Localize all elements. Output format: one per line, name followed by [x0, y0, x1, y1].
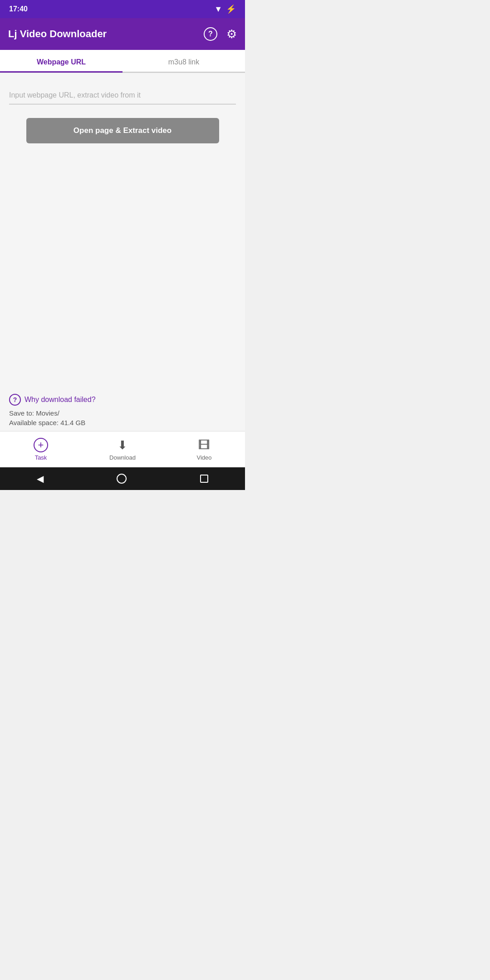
why-failed-icon: ? — [9, 394, 21, 406]
app-wrapper: 17:40 ▼ ⚡ Lj Video Downloader ? ⚙ Webpag… — [0, 0, 245, 490]
wifi-icon: ▼ — [214, 5, 222, 14]
nav-task[interactable]: + Task — [0, 433, 82, 466]
nav-video[interactable]: 🎞 Video — [163, 434, 245, 466]
extract-video-button[interactable]: Open page & Extract video — [26, 118, 219, 143]
recents-button[interactable] — [200, 475, 208, 483]
nav-download[interactable]: ⬇ Download — [82, 434, 163, 466]
help-button[interactable]: ? — [204, 27, 217, 41]
main-content: Open page & Extract video — [0, 73, 245, 183]
gear-icon: ⚙ — [226, 27, 237, 41]
nav-download-label: Download — [109, 454, 136, 461]
nav-video-label: Video — [196, 454, 211, 461]
why-failed-link[interactable]: ? Why download failed? — [9, 394, 236, 406]
help-icon: ? — [204, 27, 217, 41]
app-bar: Lj Video Downloader ? ⚙ — [0, 18, 245, 50]
bottom-info: ? Why download failed? Save to: Movies/ … — [0, 387, 245, 431]
settings-button[interactable]: ⚙ — [226, 27, 237, 41]
save-to-info: Save to: Movies/ — [9, 409, 236, 417]
task-add-icon: + — [34, 438, 48, 452]
video-icon: 🎞 — [198, 438, 210, 452]
system-nav: ◀ — [0, 467, 245, 490]
main-scroll-area: Open page & Extract video ? Why download… — [0, 73, 245, 467]
back-button[interactable]: ◀ — [37, 473, 44, 484]
tab-bar: Webpage URL m3u8 link — [0, 50, 245, 73]
nav-task-label: Task — [35, 454, 47, 461]
tab-m3u8-link[interactable]: m3u8 link — [122, 50, 245, 73]
home-button[interactable] — [117, 474, 127, 484]
content-area — [0, 183, 245, 387]
available-space-info: Available space: 41.4 GB — [9, 419, 236, 426]
app-bar-actions: ? ⚙ — [204, 27, 237, 41]
app-title: Lj Video Downloader — [8, 28, 107, 40]
status-icons: ▼ ⚡ — [214, 4, 236, 14]
tab-webpage-url[interactable]: Webpage URL — [0, 50, 122, 73]
download-icon: ⬇ — [118, 438, 127, 452]
status-time: 17:40 — [9, 5, 28, 13]
bottom-nav: + Task ⬇ Download 🎞 Video — [0, 431, 245, 467]
battery-charging-icon: ⚡ — [226, 4, 236, 14]
why-failed-text: Why download failed? — [24, 396, 96, 404]
url-input[interactable] — [9, 87, 236, 104]
status-bar: 17:40 ▼ ⚡ — [0, 0, 245, 18]
